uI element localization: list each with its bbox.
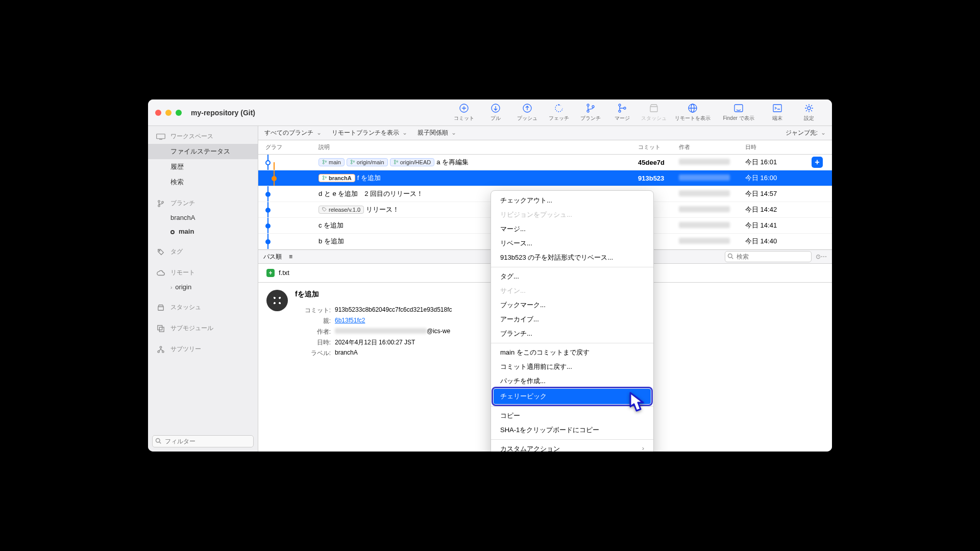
add-button[interactable]: + <box>812 157 823 168</box>
svg-rect-21 <box>158 325 162 330</box>
sidebar-workspace-header[interactable]: ワークスペース <box>148 129 258 144</box>
ref-tag[interactable]: origin/HEAD <box>390 158 435 166</box>
menu-item[interactable]: リベース... <box>491 236 653 251</box>
svg-rect-15 <box>157 134 165 138</box>
path-view-select[interactable]: ≡ <box>289 253 292 260</box>
terminal-icon <box>773 104 782 113</box>
sidebar-subtrees-header[interactable]: サブツリー <box>148 342 258 357</box>
svg-point-18 <box>162 201 164 203</box>
toolbar-pull-button[interactable]: プル <box>480 104 511 122</box>
menu-item[interactable]: SHA-1をクリップボードにコピー <box>491 423 653 437</box>
sidebar-item-origin[interactable]: ›origin <box>148 280 258 294</box>
branch-filter-select[interactable]: すべてのブランチ <box>264 129 322 137</box>
svg-point-26 <box>156 439 160 443</box>
jump-to-select[interactable]: ジャンプ先: <box>786 129 826 137</box>
ref-tag[interactable]: release/v.1.0 <box>318 206 364 214</box>
col-graph[interactable]: グラフ <box>258 143 314 151</box>
toolbar-terminal-button[interactable]: 端末 <box>762 104 793 122</box>
sidebar-stashes-header[interactable]: スタッシュ <box>148 300 258 315</box>
menu-item[interactable]: チェックアウト... <box>491 193 653 208</box>
svg-point-3 <box>587 104 589 106</box>
order-select[interactable]: 親子関係順 <box>418 129 456 137</box>
sidebar-filter-input[interactable] <box>152 435 254 447</box>
options-icon[interactable]: ⊙⋯ <box>816 253 827 260</box>
remote-filter-select[interactable]: リモートブランチを表示 <box>332 129 407 137</box>
toolbar-push-button[interactable]: プッシュ <box>511 104 543 122</box>
subtree-icon <box>156 346 165 353</box>
current-branch-indicator <box>170 230 175 234</box>
menu-item[interactable]: main をこのコミットまで戻す <box>491 345 653 360</box>
globe-icon <box>688 104 697 113</box>
minimize-window-button[interactable] <box>165 110 172 116</box>
sidebar-item[interactable]: ファイルステータス <box>148 144 258 159</box>
search-icon <box>155 438 161 444</box>
finder-icon <box>734 104 743 113</box>
sidebar-branches-header[interactable]: ブランチ <box>148 196 258 211</box>
commit-row[interactable]: mainorigin/mainorigin/HEADa を再編集45dee7d今… <box>258 155 832 170</box>
col-date[interactable]: 日時 <box>745 143 812 151</box>
plus-circle-icon <box>459 104 469 113</box>
toolbar-finder-button[interactable]: Finder で表示 <box>716 104 762 122</box>
toolbar-fetch-button[interactable]: フェッチ <box>543 104 575 122</box>
svg-rect-13 <box>773 105 781 112</box>
svg-point-8 <box>624 107 626 109</box>
close-window-button[interactable] <box>155 110 161 116</box>
menu-item[interactable]: タグ... <box>491 269 653 284</box>
window-title: my-repository (Git) <box>191 109 255 117</box>
commit-hash: 913b5233c8b62049cc7fc6cd321e93d518fc <box>335 306 452 315</box>
cloud-icon <box>156 269 165 277</box>
menu-item[interactable]: ブランチ... <box>491 327 653 341</box>
svg-point-24 <box>158 350 160 353</box>
toolbar-commit-button[interactable]: コミット <box>448 104 480 122</box>
app-body: ワークスペース ファイルステータス履歴検索 ブランチ branchAmain タ… <box>148 126 832 452</box>
toolbar-settings-button[interactable]: 設定 <box>793 104 825 122</box>
ref-tag[interactable]: branchA <box>318 174 355 182</box>
sidebar-item[interactable]: 検索 <box>148 174 258 190</box>
menu-item[interactable]: カスタムアクション <box>491 442 653 452</box>
svg-point-6 <box>619 104 621 106</box>
commit-labels: branchA <box>335 349 452 358</box>
menu-item[interactable]: コミット適用前に戻す... <box>491 360 653 374</box>
menu-item[interactable]: ブックマーク... <box>491 298 653 312</box>
parent-hash[interactable]: 6b13f51fc2 <box>335 317 452 325</box>
cursor-pointer-icon <box>625 390 651 420</box>
svg-point-4 <box>587 110 589 112</box>
col-author[interactable]: 作者 <box>679 143 745 151</box>
svg-point-19 <box>159 250 160 251</box>
menu-item[interactable]: マージ... <box>491 222 653 236</box>
ref-tag[interactable]: main <box>318 158 345 166</box>
path-sort-select[interactable]: パス順 <box>263 253 282 261</box>
sidebar-remotes-header[interactable]: リモート <box>148 265 258 280</box>
sidebar-branch-item[interactable]: main <box>148 224 258 238</box>
ref-tag[interactable]: origin/main <box>347 158 388 166</box>
search-icon <box>727 253 733 259</box>
added-badge: + <box>266 269 275 277</box>
menu-item: リビジョンをプッシュ... <box>491 208 653 222</box>
col-commit[interactable]: コミット <box>638 143 679 151</box>
toolbar-remote-button[interactable]: リモートを表示 <box>670 104 716 122</box>
down-circle-icon <box>491 104 500 113</box>
sidebar-branch-item[interactable]: branchA <box>148 211 258 224</box>
svg-point-32 <box>353 161 355 162</box>
branch-icon <box>586 104 595 113</box>
toolbar-merge-button[interactable]: マージ <box>606 104 638 122</box>
stash-icon <box>649 104 658 113</box>
col-description[interactable]: 説明 <box>314 143 638 151</box>
svg-point-7 <box>619 110 621 112</box>
svg-point-17 <box>158 205 160 207</box>
menu-item[interactable]: アーカイブ... <box>491 312 653 327</box>
menu-item[interactable]: パッチを作成... <box>491 374 653 388</box>
svg-point-39 <box>728 254 732 258</box>
sidebar-submodules-header[interactable]: サブモジュール <box>148 321 258 336</box>
file-search-input[interactable] <box>725 251 812 262</box>
commit-row[interactable]: branchAf を追加913b523今日 16:00 <box>258 170 832 186</box>
toolbar-stash-button: スタッシュ <box>638 104 670 122</box>
menu-item[interactable]: 913b523 の子を対話形式でリベース... <box>491 251 653 265</box>
monitor-icon <box>156 133 165 140</box>
sidebar-item[interactable]: 履歴 <box>148 159 258 174</box>
sidebar-tags-header[interactable]: タグ <box>148 244 258 259</box>
toolbar-branch-button[interactable]: ブランチ <box>575 104 606 122</box>
traffic-lights <box>155 110 182 116</box>
branch-icon <box>156 200 165 207</box>
zoom-window-button[interactable] <box>176 110 182 116</box>
